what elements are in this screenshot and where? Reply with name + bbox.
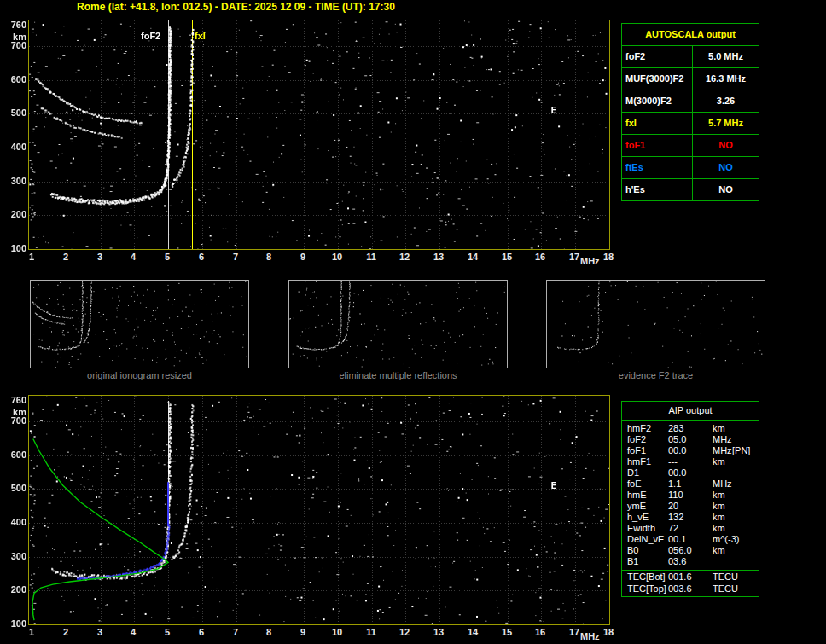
y-tick-label: 500 bbox=[2, 483, 26, 493]
autoscala-row-label: fxI bbox=[622, 113, 693, 134]
aip-row-name: foE bbox=[627, 479, 642, 490]
aip-row: foF205.0MHz bbox=[622, 434, 759, 445]
autoscala-row: h'EsNO bbox=[622, 179, 759, 200]
x-tick-label: 10 bbox=[328, 627, 346, 637]
aip-row-name: hmF2 bbox=[627, 423, 651, 434]
bottom-ionogram-panel bbox=[28, 395, 610, 625]
aip-row-unit: km bbox=[713, 512, 725, 523]
thumb-evidence-f2-trace bbox=[546, 280, 765, 368]
aip-row-value: 110 bbox=[668, 490, 683, 501]
aip-row-name: B1 bbox=[627, 556, 638, 567]
autoscala-row-value: 3.26 bbox=[693, 90, 759, 112]
aip-row-value: 056.0 bbox=[668, 545, 692, 556]
x-tick-label: 7 bbox=[226, 627, 245, 637]
autoscala-row-label: M(3000)F2 bbox=[622, 90, 693, 112]
thumb-eliminate-reflections-canvas bbox=[289, 281, 507, 368]
foF2-marker-label: foF2 bbox=[141, 31, 160, 41]
aip-row: hmF1---km bbox=[622, 456, 759, 467]
autoscala-row-label: foF1 bbox=[622, 135, 693, 156]
aip-row-unit: km bbox=[713, 423, 725, 434]
aip-row-unit: TECU bbox=[713, 571, 738, 583]
x-tick-label: 7 bbox=[226, 252, 245, 262]
autoscala-table-title: AUTOSCALA output bbox=[622, 24, 759, 46]
x-tick-label: 8 bbox=[259, 627, 278, 637]
aip-row-name: hmE bbox=[627, 490, 647, 501]
autoscala-output-table: AUTOSCALA output foF25.0 MHzMUF(3000)F21… bbox=[621, 23, 759, 201]
x-tick-label: 8 bbox=[259, 252, 278, 262]
station-date-header: Rome (lat: +41.8, lon: 012.5) - DATE: 20… bbox=[77, 1, 395, 13]
aip-row-unit: km bbox=[713, 523, 725, 534]
autoscala-row-value: 5.0 MHz bbox=[693, 46, 759, 67]
y-tick-label: 760 bbox=[2, 395, 26, 405]
aip-row: foE1.1MHz bbox=[622, 479, 759, 490]
y-tick-label: 200 bbox=[2, 209, 26, 219]
aip-row: hmE110km bbox=[622, 490, 759, 501]
aip-row: TEC[Bot]001.6TECU bbox=[622, 570, 759, 583]
aip-row-unit: MHz bbox=[713, 434, 732, 445]
x-tick-label: 1 bbox=[22, 252, 41, 262]
autoscala-row-label: MUF(3000)F2 bbox=[622, 68, 693, 90]
fxI-marker-label: fxI bbox=[195, 31, 206, 41]
x-tick-label: 12 bbox=[395, 252, 414, 262]
aip-row-name: foF1 bbox=[627, 445, 646, 456]
aip-row-name: B0 bbox=[627, 545, 638, 556]
aip-row-value: 001.6 bbox=[668, 571, 692, 583]
aip-row-value: 00.0 bbox=[668, 467, 686, 479]
aip-row-value: 003.6 bbox=[668, 583, 692, 595]
aip-table-title: AIP output bbox=[622, 402, 759, 421]
x-tick-label: 5 bbox=[158, 252, 177, 262]
x-tick-label: 13 bbox=[429, 627, 448, 637]
x-tick-label: 15 bbox=[497, 627, 516, 637]
aip-row: B103.6 bbox=[622, 556, 759, 567]
x-tick-label: 3 bbox=[90, 627, 109, 637]
x-tick-label: 6 bbox=[192, 252, 211, 262]
x-tick-label: 15 bbox=[497, 252, 516, 262]
aip-row-value: 72 bbox=[668, 523, 678, 534]
thumb-evidence-f2-trace-canvas bbox=[547, 281, 765, 368]
y-tick-label: 400 bbox=[2, 517, 26, 527]
thumb-caption-original: original ionogram resized bbox=[30, 370, 249, 380]
y-tick-label: 500 bbox=[2, 107, 26, 118]
autoscala-row: MUF(3000)F216.3 MHz bbox=[622, 68, 759, 90]
aip-output-table: AIP output hmF2283kmfoF205.0MHzfoF100.0M… bbox=[621, 401, 759, 597]
y-axis-unit-label: km bbox=[2, 407, 26, 417]
autoscala-row-value: NO bbox=[693, 157, 759, 178]
aip-row: h_vE132km bbox=[622, 512, 759, 523]
aip-row: D100.0 bbox=[622, 467, 759, 479]
aip-row-value: 03.6 bbox=[668, 556, 686, 567]
y-tick-label: 300 bbox=[2, 551, 26, 561]
aip-row-unit: MHz bbox=[713, 445, 732, 456]
aip-row-name: hmF1 bbox=[627, 456, 651, 467]
x-tick-label: 2 bbox=[56, 627, 75, 637]
x-axis-unit-label: MHz bbox=[580, 631, 600, 641]
y-tick-label: 760 bbox=[2, 20, 26, 30]
x-tick-label: 1 bbox=[22, 627, 41, 637]
autoscala-row-label: h'Es bbox=[622, 179, 693, 200]
autoscala-row-value: 16.3 MHz bbox=[693, 68, 759, 90]
x-tick-label: 18 bbox=[599, 627, 618, 637]
y-axis-unit-label: km bbox=[2, 32, 26, 42]
x-tick-label: 12 bbox=[395, 627, 414, 637]
autoscala-row-label: foF2 bbox=[622, 46, 693, 67]
aip-row-name: ymE bbox=[627, 501, 646, 512]
aip-row-name: D1 bbox=[627, 467, 639, 479]
aip-row-unit: m^(-3) bbox=[713, 534, 739, 545]
y-tick-label: 400 bbox=[2, 142, 26, 152]
x-tick-label: 11 bbox=[362, 252, 381, 262]
top-ionogram-panel: foF2 fxI bbox=[28, 20, 610, 250]
aip-row-value: --- bbox=[668, 456, 678, 467]
autoscala-screen: { "header": { "title": "Rome (lat: +41.8… bbox=[0, 0, 826, 644]
y-tick-label: 300 bbox=[2, 176, 26, 186]
y-tick-label: 600 bbox=[2, 450, 26, 460]
x-axis-unit-label: MHz bbox=[580, 256, 600, 266]
y-tick-label: 600 bbox=[2, 74, 26, 84]
x-tick-label: 14 bbox=[463, 252, 482, 262]
aip-row: TEC[Top]003.6TECU bbox=[622, 583, 759, 595]
thumb-caption-evidence: evidence F2 trace bbox=[546, 370, 765, 380]
aip-row-unit: TECU bbox=[713, 583, 738, 595]
aip-row-value: 132 bbox=[668, 512, 683, 523]
aip-row-value: 00.1 bbox=[668, 534, 686, 545]
aip-table-rows: hmF2283kmfoF205.0MHzfoF100.0MHz[PN]hmF1-… bbox=[622, 421, 759, 595]
aip-row-flag: [PN] bbox=[732, 445, 750, 456]
thumb-caption-eliminate: eliminate multiple reflections bbox=[288, 370, 508, 380]
